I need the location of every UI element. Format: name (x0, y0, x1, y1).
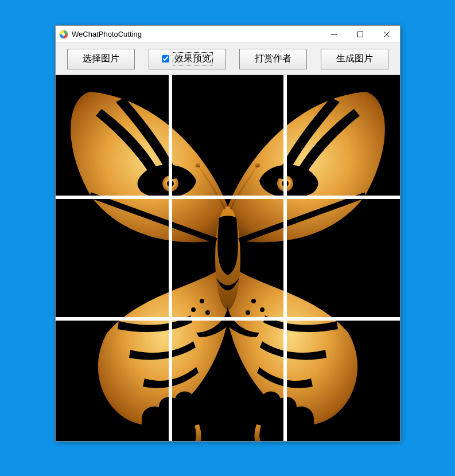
preview-checkbox[interactable] (162, 55, 169, 63)
preview-canvas (56, 75, 400, 441)
svg-rect-3 (358, 32, 363, 37)
generate-button[interactable]: 生成图片 (321, 49, 388, 69)
window-controls (321, 26, 400, 42)
svg-point-1 (63, 33, 65, 36)
toolbar: 选择图片 效果预览 打赏作者 生成图片 (56, 43, 400, 75)
svg-point-9 (255, 163, 260, 167)
reward-author-label: 打赏作者 (255, 53, 291, 65)
tiger-butterfly-image (56, 75, 400, 441)
preview-checkbox-button[interactable]: 效果预览 (149, 49, 226, 69)
select-image-button[interactable]: 选择图片 (67, 49, 135, 69)
svg-point-12 (167, 180, 174, 187)
svg-point-8 (196, 163, 200, 167)
svg-point-15 (191, 307, 196, 312)
maximize-button[interactable] (347, 26, 374, 42)
app-window: WeChatPhotoCutting 选择图片 效果预览 打赏作者 生成图片 (55, 25, 400, 442)
reward-author-button[interactable]: 打赏作者 (239, 49, 307, 69)
titlebar[interactable]: WeChatPhotoCutting (56, 26, 400, 43)
svg-point-13 (282, 180, 289, 187)
svg-point-18 (260, 307, 265, 312)
image-preview (56, 75, 400, 441)
select-image-label: 选择图片 (83, 53, 119, 65)
svg-point-17 (251, 299, 256, 303)
svg-point-19 (246, 310, 250, 315)
close-button[interactable] (374, 26, 400, 42)
minimize-button[interactable] (321, 26, 347, 42)
generate-label: 生成图片 (336, 53, 373, 65)
window-title: WeChatPhotoCutting (72, 30, 321, 38)
app-icon (59, 30, 68, 39)
preview-checkbox-label: 效果预览 (173, 52, 213, 65)
svg-point-14 (200, 299, 204, 303)
svg-point-16 (205, 310, 210, 315)
